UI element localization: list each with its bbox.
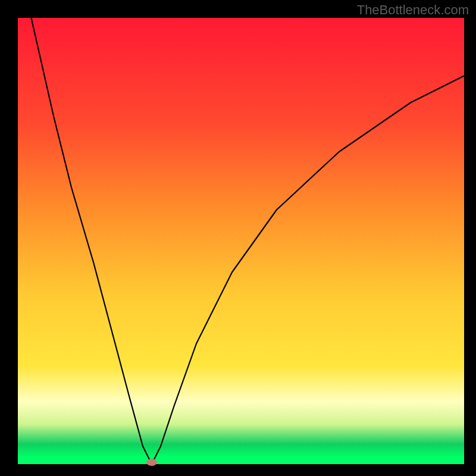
watermark-text: TheBottleneck.com	[357, 2, 469, 18]
minimum-marker	[146, 459, 157, 466]
plot-background	[18, 18, 464, 464]
chart-container: TheBottleneck.com	[0, 0, 476, 476]
bottleneck-chart	[0, 0, 476, 476]
